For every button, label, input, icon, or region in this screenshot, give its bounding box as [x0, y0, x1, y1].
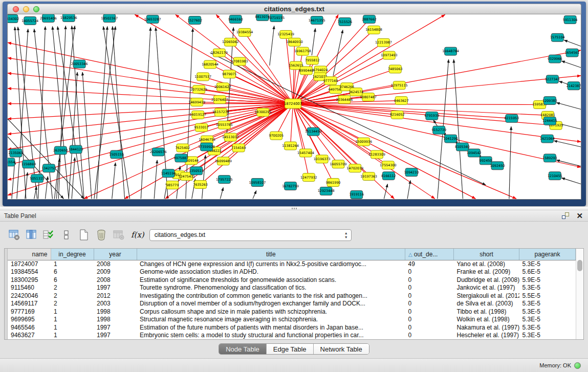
- network-node[interactable]: 1156869: [21, 160, 36, 168]
- network-node[interactable]: 8166112: [381, 172, 396, 180]
- network-node[interactable]: 19384554: [236, 28, 253, 36]
- table-cell-name[interactable]: 9115460: [8, 284, 51, 292]
- network-node[interactable]: 1589293: [542, 154, 557, 162]
- network-node[interactable]: 1342757: [41, 164, 56, 172]
- network-node[interactable]: 1145194: [161, 169, 176, 178]
- column-header-name[interactable]: name: [8, 249, 51, 260]
- network-node[interactable]: 11381264: [282, 142, 299, 150]
- table-cell-out_degree[interactable]: 0: [405, 284, 454, 292]
- panel-divider[interactable]: [0, 207, 588, 210]
- table-row[interactable]: 911546021997Tourette syndrome. Phenomeno…: [8, 284, 576, 292]
- network-node[interactable]: 17081983: [231, 57, 248, 65]
- network-node[interactable]: 16154808: [365, 26, 382, 34]
- table-row[interactable]: 1456911722003Disruption of a novel membe…: [8, 300, 576, 308]
- network-node[interactable]: 17554300: [380, 161, 397, 169]
- tab-network-table[interactable]: Network Table: [314, 344, 369, 354]
- table-cell-in_degree[interactable]: 2: [51, 284, 94, 292]
- column-header-short[interactable]: short: [454, 249, 519, 260]
- network-node[interactable]: 1844129: [69, 145, 83, 154]
- table-cell-out_degree[interactable]: 0: [405, 300, 454, 308]
- network-node[interactable]: 16648784: [442, 47, 459, 55]
- network-node[interactable]: 1210455: [548, 172, 562, 180]
- network-node[interactable]: 1094210: [404, 168, 419, 177]
- delete-column-button[interactable]: [94, 228, 108, 242]
- network-node[interactable]: 18502367: [101, 14, 118, 23]
- table-cell-pagerank[interactable]: 5.5E-5: [519, 292, 576, 300]
- table-cell-title[interactable]: Tourette syndrome. Phenomenology and cla…: [137, 284, 405, 292]
- table-row[interactable]: 977716911998Corpus callosum shape and si…: [8, 308, 576, 316]
- network-node[interactable]: 9152739: [431, 126, 446, 134]
- network-node[interactable]: 12213987: [375, 38, 392, 47]
- table-cell-year[interactable]: 2009: [94, 268, 137, 276]
- table-cell-in_degree[interactable]: 1: [51, 316, 94, 324]
- network-node[interactable]: 1244415: [542, 117, 557, 125]
- table-cell-year[interactable]: 2008: [94, 260, 137, 268]
- network-node[interactable]: 20061627: [214, 83, 231, 91]
- table-cell-out_degree[interactable]: 0: [405, 292, 454, 300]
- network-node[interactable]: 391554: [8, 158, 15, 166]
- network-node[interactable]: 20053346: [71, 60, 88, 68]
- table-cell-name[interactable]: 22420046: [8, 292, 51, 300]
- network-node[interactable]: 985779: [166, 181, 179, 189]
- table-cell-short[interactable]: Nakamura et al. (1997): [454, 323, 519, 332]
- table-options-button[interactable]: [7, 228, 21, 242]
- table-cell-pagerank[interactable]: 5.3E-5: [519, 323, 576, 332]
- network-node[interactable]: 14702039: [346, 164, 363, 172]
- network-node[interactable]: 20206576: [150, 148, 167, 156]
- tab-edge-table[interactable]: Edge Table: [267, 344, 314, 354]
- network-node[interactable]: 2142387: [567, 82, 581, 90]
- column-header-pagerank[interactable]: pagerank: [519, 249, 576, 260]
- network-node[interactable]: 17957225: [216, 176, 233, 184]
- network-node[interactable]: 1527602: [187, 16, 202, 25]
- network-node[interactable]: 5051315: [30, 174, 45, 183]
- network-node[interactable]: 1041290: [443, 135, 458, 143]
- column-header-in_degree[interactable]: in_degree: [51, 249, 94, 260]
- table-cell-name[interactable]: 9699695: [8, 316, 51, 324]
- network-node[interactable]: 1350515: [189, 167, 204, 175]
- table-cell-short[interactable]: Stergiakouli et al. (2012): [454, 292, 519, 300]
- network-node[interactable]: 14699419: [188, 98, 205, 106]
- table-cell-in_degree[interactable]: 1: [51, 308, 94, 316]
- network-node[interactable]: 20732625: [190, 85, 207, 94]
- table-cell-in_degree[interactable]: 1: [51, 260, 94, 268]
- network-node[interactable]: 1505155: [109, 150, 124, 159]
- table-row[interactable]: 946554611997Estimation of the future num…: [8, 323, 576, 332]
- table-scrollbar[interactable]: [576, 249, 583, 339]
- table-cell-pagerank[interactable]: 5.3E-5: [519, 300, 576, 308]
- network-node[interactable]: 1209383: [542, 97, 557, 105]
- column-header-out_degree[interactable]: △out_de...: [405, 249, 454, 260]
- network-node[interactable]: 11007537: [194, 73, 211, 81]
- table-cell-short[interactable]: Wolkin et al. (1998): [454, 316, 519, 324]
- table-cell-name[interactable]: 9465546: [8, 323, 51, 332]
- network-node[interactable]: 16820544: [202, 60, 219, 69]
- table-cell-in_degree[interactable]: 2: [51, 300, 94, 308]
- network-node[interactable]: 14671355: [309, 16, 325, 25]
- network-node[interactable]: 7515526: [338, 18, 353, 26]
- network-node[interactable]: 7154169: [231, 144, 246, 152]
- table-cell-in_degree[interactable]: 2: [51, 292, 94, 300]
- network-node[interactable]: 2620650: [53, 146, 68, 155]
- network-node[interactable]: 5911304: [563, 16, 578, 24]
- network-node[interactable]: 1575104: [550, 33, 565, 41]
- show-column-button[interactable]: [25, 228, 38, 242]
- tab-node-table[interactable]: Node Table: [219, 344, 267, 354]
- table-cell-name[interactable]: 9777169: [8, 308, 51, 316]
- network-node[interactable]: 12923448: [318, 187, 335, 195]
- table-cell-in_degree[interactable]: 1: [51, 323, 94, 332]
- network-node[interactable]: 1654561: [565, 49, 580, 57]
- table-cell-title[interactable]: Estimation of significance thresholds fo…: [137, 276, 405, 284]
- table-cell-title[interactable]: Changes of HCN gene expression and I(f) …: [137, 260, 405, 268]
- table-cell-year[interactable]: 1997: [94, 332, 137, 340]
- network-node[interactable]: 2135061: [9, 149, 24, 157]
- table-cell-short[interactable]: de Silva et al. (2003): [454, 300, 519, 308]
- network-node[interactable]: 14513037: [222, 133, 239, 141]
- network-node[interactable]: 20691406: [40, 14, 57, 23]
- network-node[interactable]: 9466160: [228, 15, 243, 24]
- network-node[interactable]: 16019127: [189, 111, 206, 119]
- network-node[interactable]: 9700205: [269, 132, 284, 140]
- close-panel-icon[interactable]: ✕: [576, 212, 583, 220]
- table-cell-short[interactable]: Dudbridge et al. (2008): [454, 276, 519, 284]
- network-node[interactable]: 9834302: [8, 15, 19, 23]
- table-cell-year[interactable]: 2003: [94, 300, 137, 308]
- table-cell-name[interactable]: 18300295: [8, 276, 51, 284]
